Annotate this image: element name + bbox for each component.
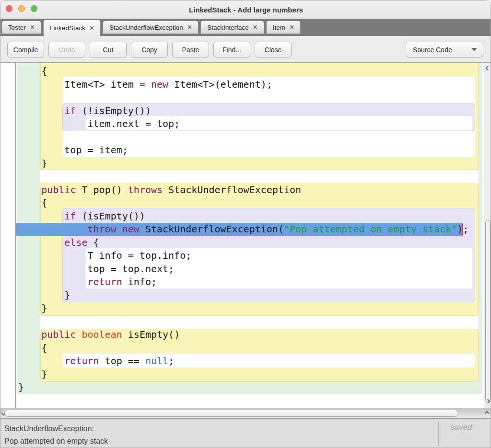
code-token: info; — [122, 276, 157, 287]
code-line-10[interactable]: { — [18, 196, 47, 210]
vertical-scroll-thumb[interactable] — [485, 220, 491, 402]
code-line-0[interactable]: { — [18, 65, 47, 78]
code-token: return — [88, 276, 122, 287]
code-token: } — [18, 158, 47, 169]
code-token: else — [64, 237, 87, 248]
tab-close-icon[interactable]: × — [290, 23, 294, 31]
code-line-15[interactable]: top = top.next; — [18, 263, 174, 276]
horizontal-scrollbar[interactable] — [0, 408, 491, 418]
code-token: } — [18, 289, 70, 301]
tab-stackunderflowexception[interactable]: StackUnderflowException× — [103, 21, 199, 34]
code-token: throws — [128, 184, 163, 195]
code-line-13[interactable]: else { — [18, 236, 99, 250]
code-line-1[interactable]: Item<T> item = new Item<T>(element); — [18, 78, 272, 92]
code-token: Item<T>(element); — [168, 79, 272, 90]
code-text-layer[interactable]: { Item<T> item = new Item<T>(element); i… — [0, 63, 484, 408]
editor-window: LinkedStack - Add large numbers Tester×L… — [0, 0, 491, 448]
code-line-3[interactable]: if (!isEmpty()) — [18, 104, 151, 118]
code-line-14[interactable]: T info = top.info; — [18, 249, 191, 263]
code-token: public — [41, 184, 76, 195]
paste-button[interactable]: Paste — [172, 42, 209, 57]
code-token: return — [64, 355, 99, 367]
tab-bar: Tester×LinkedStack×StackUnderflowExcepti… — [0, 19, 491, 36]
tab-close-icon[interactable]: × — [253, 23, 257, 31]
code-token: (isEmpty()) — [76, 210, 145, 222]
status-divider — [438, 422, 439, 446]
code-line-11[interactable]: if (isEmpty()) — [18, 210, 145, 223]
scroll-up-icon[interactable] — [486, 66, 491, 71]
find-button[interactable]: Find... — [213, 42, 250, 57]
status-bar: StackUnderflowException: Pop attempted o… — [0, 418, 491, 448]
code-token: new — [122, 223, 140, 235]
status-message: StackUnderflowException: Pop attempted o… — [4, 423, 108, 448]
code-token: new — [151, 79, 168, 90]
view-selector-value: Source Code — [413, 46, 452, 54]
horizontal-scroll-thumb[interactable] — [4, 410, 458, 417]
code-token — [18, 184, 41, 195]
tab-label: LinkedStack — [50, 24, 85, 32]
code-token — [76, 329, 82, 340]
code-token: throw — [88, 223, 117, 235]
code-token — [18, 329, 41, 340]
code-token: { — [18, 65, 47, 77]
code-token: if — [64, 210, 76, 222]
code-token: } — [18, 368, 47, 380]
title-bar: LinkedStack - Add large numbers — [0, 0, 491, 19]
tab-tester[interactable]: Tester× — [1, 21, 41, 34]
code-line-18[interactable]: } — [18, 302, 47, 315]
code-token — [18, 105, 64, 116]
code-line-6[interactable]: top = item; — [18, 144, 128, 157]
tab-label: Tester — [8, 24, 26, 31]
code-line-24[interactable]: } — [18, 381, 24, 394]
tab-stackinterface[interactable]: StackInterface× — [200, 21, 264, 34]
copy-button[interactable]: Copy — [131, 42, 168, 57]
save-state-label: saved — [450, 423, 472, 432]
code-line-22[interactable]: return top == null; — [18, 355, 174, 368]
code-token: top = top.next; — [18, 263, 174, 275]
code-token: null — [145, 355, 168, 367]
code-token: { — [18, 197, 47, 208]
status-message-line2: Pop attempted on empty stack — [4, 435, 108, 448]
code-token: ; — [168, 355, 174, 367]
code-token: T pop() — [76, 184, 128, 195]
tab-linkedstack[interactable]: LinkedStack× — [43, 20, 101, 36]
close-button[interactable]: Close — [255, 42, 292, 57]
code-token: item.next = top; — [18, 118, 180, 129]
code-token: "Pop attempted on empty stack" — [284, 223, 457, 235]
code-token — [18, 237, 64, 248]
vertical-scrollbar[interactable] — [484, 63, 491, 408]
code-editor[interactable]: { Item<T> item = new Item<T>(element); i… — [0, 63, 484, 408]
code-line-16[interactable]: return info; — [18, 276, 157, 289]
code-token: T info = top.info; — [18, 250, 191, 261]
compile-button[interactable]: Compile — [7, 42, 44, 57]
code-token: top == — [99, 355, 145, 367]
tab-close-icon[interactable]: × — [30, 23, 35, 31]
code-line-9[interactable]: public T pop() throws StackUnderflowExce… — [18, 184, 301, 197]
code-token: public — [41, 329, 76, 340]
view-selector-dropdown[interactable]: Source Code — [406, 42, 483, 57]
code-token: boolean — [82, 329, 122, 340]
code-line-17[interactable]: } — [18, 289, 70, 302]
code-token: isEmpty() — [122, 329, 180, 340]
tab-label: StackUnderflowException — [109, 24, 183, 31]
code-token: Item<T> item = — [18, 79, 151, 90]
code-line-12[interactable]: throw new StackUnderflowException("Pop a… — [18, 223, 468, 236]
code-token — [18, 276, 88, 287]
tab-item[interactable]: Item× — [266, 21, 301, 34]
status-message-line1: StackUnderflowException: — [4, 423, 108, 435]
cut-button[interactable]: Cut — [90, 42, 127, 57]
toolbar: Source Code CompileUndoCutCopyPasteFind.… — [0, 36, 491, 63]
code-token: StackUnderflowException — [163, 184, 301, 195]
tab-label: Item — [273, 24, 285, 31]
scroll-right-icon[interactable] — [485, 411, 490, 416]
tab-close-icon[interactable]: × — [90, 24, 94, 32]
code-line-21[interactable]: { — [18, 342, 47, 355]
code-token — [18, 210, 64, 222]
code-line-4[interactable]: item.next = top; — [18, 117, 180, 131]
code-line-23[interactable]: } — [18, 368, 47, 381]
code-line-20[interactable]: public boolean isEmpty() — [18, 328, 180, 342]
code-line-7[interactable]: } — [18, 157, 47, 171]
code-token: } — [18, 381, 24, 393]
tab-label: StackInterface — [207, 24, 248, 31]
tab-close-icon[interactable]: × — [187, 23, 192, 31]
